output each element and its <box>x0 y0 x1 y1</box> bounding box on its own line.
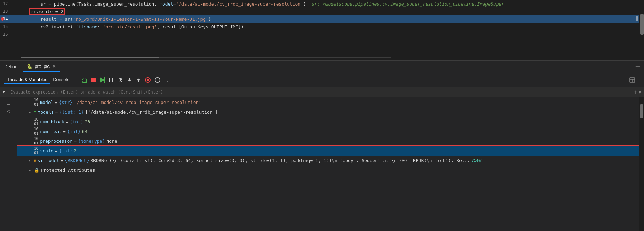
toolbar-more-button[interactable]: ⋮ <box>162 75 172 85</box>
tab-console[interactable]: Console <box>50 75 72 84</box>
stop-button[interactable] <box>89 76 98 84</box>
variables-panel: ☰ < 1001 model = {str} '/data/ai-model/c… <box>0 97 644 231</box>
tab-close-button[interactable]: ✕ <box>52 64 56 69</box>
var-type-model: {str} <box>59 100 72 105</box>
line-number-12: 12 <box>3 1 13 6</box>
variable-row-scale[interactable]: 1001 scale = {int} 2 <box>17 146 644 156</box>
var-expand-protected[interactable]: ▶ <box>27 167 33 173</box>
code-editor: 12 sr = pipeline(Tasks.image_super_resol… <box>0 0 644 61</box>
var-name-model: model <box>40 100 53 105</box>
var-icon-models: ≡ <box>34 110 36 114</box>
stop-on-exception-button[interactable] <box>143 76 153 84</box>
code-line-12-content: sr = pipeline(Tasks.image_super_resoluti… <box>13 0 504 12</box>
panel-layout-button[interactable] <box>627 76 637 84</box>
var-name-sr-model: sr_model <box>38 158 60 163</box>
svg-point-8 <box>147 79 149 81</box>
svg-rect-6 <box>137 78 140 78</box>
var-eq-num-feat: = <box>63 129 66 134</box>
breakpoint-dot-14 <box>1 17 4 21</box>
debug-menu-dots[interactable]: ⋮ <box>627 63 633 70</box>
debug-titlebar: Debug 🐍 pro_pic ✕ ⋮ ─ <box>0 61 644 73</box>
var-value-models: ['/data/ai-model/cv_rrdb_image-super-res… <box>85 109 218 115</box>
svg-rect-2 <box>104 77 105 83</box>
toolbar-tabs: Threads & Variables Console <box>4 75 72 84</box>
var-eq-models: = <box>55 109 58 115</box>
variable-row-protected[interactable]: ▶ 🔒 Protected Attributes <box>17 165 644 175</box>
svg-rect-3 <box>109 78 110 82</box>
svg-rect-0 <box>91 78 96 82</box>
variables-scrollbar[interactable] <box>639 97 644 231</box>
resume-button[interactable] <box>98 76 107 84</box>
code-right-scrollbar[interactable] <box>639 0 644 60</box>
variable-row-models[interactable]: ▶ ≡ models = {list: 1} ['/data/ai-model/… <box>17 107 644 117</box>
step-into-button[interactable] <box>125 76 134 84</box>
debug-tab-pro-pic[interactable]: 🐍 pro_pic ✕ <box>23 62 60 72</box>
var-icon-num-block: 1001 <box>34 117 38 126</box>
line-number-16: 16 <box>3 32 13 37</box>
step-out-button[interactable] <box>134 76 143 84</box>
var-name-models: models <box>38 109 54 115</box>
var-icon-protected: 🔒 <box>34 168 39 173</box>
expression-input[interactable] <box>10 90 631 95</box>
var-name-scale: scale <box>40 148 53 153</box>
gutter-icon-1[interactable]: ☰ <box>6 100 11 106</box>
var-name-preprocessor: preprocessor <box>40 139 72 144</box>
var-value-preprocessor: None <box>106 139 117 144</box>
var-type-models: {list: 1} <box>59 109 83 115</box>
variables-content: 1001 model = {str} '/data/ai-model/cv_rr… <box>17 97 644 231</box>
line-number-13: 13 <box>3 9 13 14</box>
var-value-scale: 2 <box>74 148 77 153</box>
var-type-scale: {int} <box>59 148 72 153</box>
var-expand-sr-model[interactable]: ▶ <box>27 158 33 163</box>
var-value-sr-model: RRDBNet(\n (conv_first): Conv2d(3, 64, k… <box>91 158 470 163</box>
debug-toolbar: Threads & Variables Console <box>0 73 644 87</box>
restart-button[interactable] <box>79 76 89 84</box>
var-value-num-block: 23 <box>85 119 90 124</box>
code-right-scrollbar-thumb[interactable] <box>640 14 644 35</box>
var-eq-preprocessor: = <box>74 139 77 144</box>
var-expand-preprocessor <box>27 138 33 144</box>
tab-emoji: 🐍 <box>27 64 33 69</box>
sr-model-view-link[interactable]: View <box>471 158 481 163</box>
var-icon-preprocessor: 1001 <box>34 136 38 145</box>
line-number-15: 15 <box>3 24 13 29</box>
expr-add-button[interactable]: + <box>634 89 637 95</box>
scrollbar-marker <box>636 16 638 21</box>
var-type-num-block: {int} <box>70 119 83 124</box>
expr-toggle[interactable]: ▼ <box>3 90 8 94</box>
variables-scrollbar-thumb[interactable] <box>640 104 643 118</box>
var-expand-model <box>27 99 33 105</box>
var-eq-sr-model: = <box>61 158 63 163</box>
disable-breakpoints-button[interactable] <box>153 76 162 84</box>
tab-threads-variables[interactable]: Threads & Variables <box>4 75 50 84</box>
gutter-icon-2[interactable]: < <box>7 108 10 114</box>
variable-row-num-feat[interactable]: 1001 num_feat = {int} 64 <box>17 126 644 136</box>
var-type-sr-model: {RRDBNet} <box>65 158 89 163</box>
var-expand-models[interactable]: ▶ <box>27 109 33 115</box>
expr-triangle-icon: ▼ <box>3 90 5 94</box>
expr-chevron-icon[interactable]: ▼ <box>639 90 641 95</box>
debug-minimize-button[interactable]: ─ <box>636 63 640 71</box>
svg-rect-4 <box>112 78 113 82</box>
var-eq-scale: = <box>55 148 57 153</box>
code-scrollbar-thumb[interactable] <box>21 57 159 58</box>
step-over-button[interactable] <box>115 76 125 84</box>
variable-row-preprocessor[interactable]: 1001 preprocessor = {NoneType} None <box>17 136 644 146</box>
var-expand-scale <box>27 148 33 153</box>
var-icon-num-feat: 1001 <box>34 127 38 136</box>
code-line-14-content: result = sr('no_word/Unit-1-Lesson-1-Wha… <box>13 11 211 27</box>
variable-row-num-block[interactable]: 1001 num_block = {int} 23 <box>17 117 644 126</box>
left-gutter: ☰ < <box>0 97 17 231</box>
pause-button[interactable] <box>107 76 115 84</box>
var-value-num-feat: 64 <box>82 129 88 134</box>
variable-row-model[interactable]: 1001 model = {str} '/data/ai-model/cv_rr… <box>17 97 644 107</box>
var-name-num-feat: num_feat <box>40 129 62 134</box>
line-number-14: 14 <box>3 17 13 21</box>
debug-title: Debug <box>4 64 17 69</box>
var-expand-num-feat <box>27 128 33 134</box>
variable-row-sr-model[interactable]: ▶ ▦ sr_model = {RRDBNet} RRDBNet(\n (con… <box>17 156 644 165</box>
expression-bar: ▼ + ▼ <box>0 87 644 97</box>
var-type-preprocessor: {NoneType} <box>78 139 105 144</box>
var-name-num-block: num_block <box>40 119 64 124</box>
code-scrollbar[interactable] <box>21 57 391 58</box>
